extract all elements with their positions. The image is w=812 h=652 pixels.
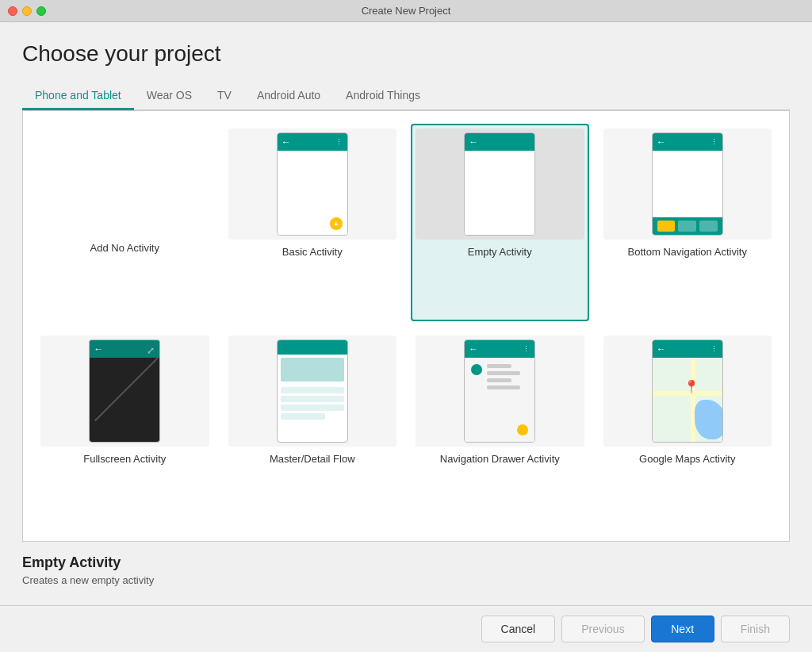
- fullscreen-label: Fullscreen Activity: [83, 453, 166, 465]
- page-title: Choose your project: [22, 41, 790, 67]
- md-body: [278, 355, 347, 442]
- basic-label: Basic Activity: [282, 246, 343, 258]
- expand-icon: ⤢: [147, 345, 155, 356]
- back-arrow-icon: ←: [469, 136, 478, 148]
- md-list-item-2: [281, 396, 344, 402]
- fab-icon: +: [330, 217, 343, 230]
- fullscreen-preview: ← ⤢: [40, 336, 209, 447]
- back-arrow-icon: ←: [282, 136, 291, 148]
- window-title: Create New Project: [362, 5, 451, 17]
- md-list-item-4: [281, 413, 325, 420]
- no-activity-label: Add No Activity: [90, 236, 159, 254]
- map-road-v: [691, 358, 695, 442]
- fullscreen-mockup: ← ⤢: [89, 339, 160, 443]
- tab-android-auto[interactable]: Android Auto: [244, 82, 333, 110]
- activity-card-no-activity[interactable]: Add No Activity: [36, 124, 214, 259]
- basic-preview: ← ⋮ +: [228, 128, 397, 240]
- previous-button[interactable]: Previous: [561, 616, 644, 642]
- back-icon: ←: [94, 343, 103, 355]
- selected-activity-description: Creates a new empty activity: [22, 574, 790, 586]
- close-button[interactable]: [8, 6, 17, 16]
- activity-card-maps[interactable]: ← ⋮ 📍 Google Maps Activity: [599, 331, 777, 528]
- navdrawer-label: Navigation Drawer Activity: [440, 453, 560, 465]
- title-bar: Create New Project: [0, 0, 812, 22]
- navdrawer-preview: ← ⋮: [416, 336, 584, 447]
- window-controls: [8, 6, 46, 16]
- maps-label: Google Maps Activity: [639, 453, 735, 465]
- maps-view: 📍: [653, 358, 722, 442]
- empty-mockup: ←: [464, 132, 535, 236]
- diagonal-line: [94, 356, 159, 421]
- tab-wear-os[interactable]: Wear OS: [134, 82, 205, 110]
- masterdetail-label: Master/Detail Flow: [270, 453, 355, 465]
- next-button[interactable]: Next: [651, 616, 714, 642]
- empty-preview: ←: [416, 128, 584, 240]
- activity-card-bottomnav[interactable]: ← ⋮ Bottom Navigation Activity: [599, 124, 777, 321]
- md-toolbar: [278, 340, 347, 355]
- masterdetail-preview: [228, 336, 397, 447]
- menu-icon: ⋮: [523, 345, 530, 353]
- nav-item-active: [657, 221, 676, 232]
- empty-label: Empty Activity: [468, 246, 532, 258]
- nd-toolbar: ← ⋮: [465, 340, 534, 358]
- tab-android-things[interactable]: Android Things: [333, 82, 433, 110]
- bottomnav-mockup: ← ⋮: [652, 132, 723, 236]
- nd-line-2: [487, 371, 520, 375]
- back-icon: ←: [657, 136, 666, 148]
- tab-bar: Phone and Tablet Wear OS TV Android Auto…: [22, 82, 790, 110]
- map-water: [695, 400, 722, 439]
- selected-info: Empty Activity Creates a new empty activ…: [22, 542, 790, 593]
- activity-card-empty[interactable]: ← Empty Activity: [411, 124, 589, 321]
- maps-mockup: ← ⋮ 📍: [652, 339, 723, 443]
- tab-phone-tablet[interactable]: Phone and Tablet: [22, 82, 134, 110]
- maximize-button[interactable]: [36, 6, 46, 16]
- md-detail-block: [281, 358, 344, 382]
- nd-line-4: [487, 385, 520, 389]
- menu-dots: ⋮: [710, 138, 718, 146]
- activity-card-navdrawer[interactable]: ← ⋮ Navigation Drawer Activity: [411, 331, 589, 528]
- menu-icon: ⋮: [710, 345, 718, 353]
- maps-toolbar: ← ⋮: [653, 340, 722, 358]
- bottomnav-bar: [653, 217, 722, 235]
- bottomnav-toolbar: ← ⋮: [653, 133, 722, 151]
- bottomnav-preview: ← ⋮: [603, 128, 772, 240]
- finish-button[interactable]: Finish: [721, 616, 790, 642]
- empty-toolbar: ←: [465, 133, 534, 151]
- basic-toolbar: ← ⋮: [278, 133, 347, 151]
- nav-item-2: [699, 221, 718, 232]
- basic-mockup: ← ⋮ +: [277, 132, 348, 236]
- nav-item-1: [678, 221, 696, 232]
- nd-line-1: [487, 364, 511, 368]
- footer: Cancel Previous Next Finish: [0, 605, 812, 652]
- bottomnav-label: Bottom Navigation Activity: [628, 246, 747, 258]
- back-icon: ←: [469, 343, 478, 355]
- selected-activity-title: Empty Activity: [22, 554, 790, 571]
- minimize-button[interactable]: [22, 6, 32, 16]
- tab-tv[interactable]: TV: [205, 82, 244, 110]
- masterdetail-mockup: [277, 339, 348, 443]
- empty-body: [465, 151, 534, 235]
- back-icon: ←: [657, 343, 666, 355]
- nd-line-3: [487, 378, 511, 382]
- cancel-button[interactable]: Cancel: [481, 616, 556, 642]
- activity-card-masterdetail[interactable]: Master/Detail Flow: [224, 331, 402, 528]
- main-content: Choose your project Phone and Tablet Wea…: [0, 22, 812, 605]
- activity-grid: Add No Activity ← ⋮ + Basic Activity: [22, 110, 790, 542]
- activity-card-fullscreen[interactable]: ← ⤢ Fullscreen Activity: [36, 331, 214, 528]
- menu-icon: ⋮: [335, 138, 343, 146]
- basic-body: +: [278, 151, 347, 235]
- map-pin-icon: 📍: [684, 379, 699, 394]
- md-list-item-1: [281, 387, 344, 393]
- maps-preview: ← ⋮ 📍: [603, 336, 772, 447]
- md-list-item-3: [281, 405, 344, 411]
- bottomnav-body: [653, 151, 722, 217]
- activity-card-basic[interactable]: ← ⋮ + Basic Activity: [224, 124, 402, 321]
- navdrawer-mockup: ← ⋮: [464, 339, 535, 443]
